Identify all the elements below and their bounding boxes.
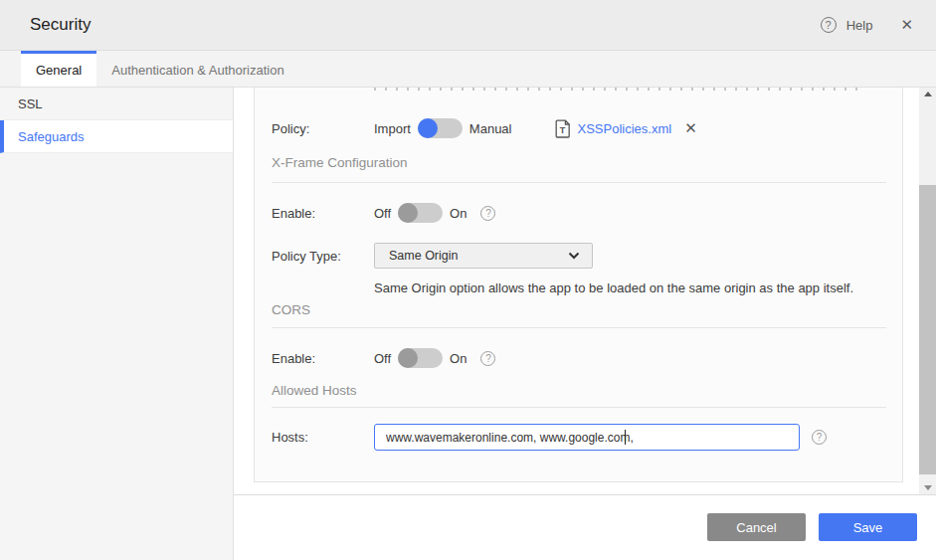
xframe-section-title: X-Frame Configuration bbox=[272, 155, 408, 170]
policy-manual-label[interactable]: Manual bbox=[469, 121, 512, 136]
xss-policies-file-link[interactable]: XSSPolicies.xml bbox=[577, 121, 671, 136]
sidebar-item-ssl[interactable]: SSL bbox=[0, 88, 233, 120]
toggle-knob bbox=[398, 348, 418, 368]
remove-file-icon[interactable]: ✕ bbox=[684, 119, 697, 137]
cancel-button[interactable]: Cancel bbox=[707, 513, 806, 541]
policy-type-select[interactable]: Same Origin bbox=[374, 243, 593, 269]
cors-section-title: CORS bbox=[272, 302, 310, 317]
section-divider bbox=[272, 327, 886, 328]
policy-type-helper-text: Same Origin option allows the app to be … bbox=[374, 280, 853, 295]
policy-import-label[interactable]: Import bbox=[374, 121, 411, 136]
main-area: Policy: Import Manual T XSSPolicies.xml … bbox=[234, 88, 936, 560]
hosts-input-wrap bbox=[374, 424, 800, 451]
security-dialog: Security ? Help ✕ General Authentication… bbox=[0, 0, 936, 560]
cors-enable-row: Enable: Off On ? bbox=[272, 344, 884, 372]
hosts-row: Hosts: ? bbox=[272, 424, 884, 451]
section-divider bbox=[272, 182, 886, 183]
triangle-up-icon bbox=[924, 92, 932, 96]
policy-import-manual-toggle[interactable] bbox=[418, 118, 463, 138]
dialog-header: Security ? Help ✕ bbox=[0, 0, 936, 51]
sidebar: SSL Safeguards bbox=[0, 88, 234, 560]
policy-type-value: Same Origin bbox=[389, 249, 568, 263]
tab-general[interactable]: General bbox=[21, 51, 96, 87]
policy-type-helper-row: Same Origin option allows the app to be … bbox=[272, 280, 884, 295]
xml-file-icon: T bbox=[555, 119, 571, 138]
hosts-label: Hosts: bbox=[272, 430, 374, 445]
close-icon[interactable]: ✕ bbox=[896, 14, 917, 36]
xframe-off-label[interactable]: Off bbox=[374, 206, 391, 221]
hosts-input[interactable] bbox=[374, 424, 800, 451]
vertical-scrollbar[interactable] bbox=[919, 88, 936, 494]
tab-auth-label: Authentication & Authorization bbox=[111, 63, 283, 78]
scrollbar-thumb[interactable] bbox=[919, 185, 936, 474]
xframe-enable-label: Enable: bbox=[272, 206, 374, 221]
hosts-help-icon[interactable]: ? bbox=[812, 430, 827, 445]
xframe-on-label[interactable]: On bbox=[450, 206, 467, 221]
xss-policy-row: Policy: Import Manual T XSSPolicies.xml … bbox=[272, 114, 884, 142]
scroll-down-button[interactable] bbox=[919, 481, 936, 494]
toggle-knob bbox=[398, 203, 418, 223]
xframe-help-icon[interactable]: ? bbox=[480, 206, 495, 221]
sidebar-item-safeguards-label: Safeguards bbox=[18, 129, 85, 144]
cors-help-icon[interactable]: ? bbox=[480, 351, 495, 366]
safeguards-form-panel: Policy: Import Manual T XSSPolicies.xml … bbox=[254, 88, 903, 482]
cors-enable-label: Enable: bbox=[272, 351, 374, 366]
svg-text:T: T bbox=[560, 125, 566, 135]
toggle-knob bbox=[418, 118, 438, 138]
allowed-hosts-section-title: Allowed Hosts bbox=[272, 383, 357, 398]
help-icon[interactable]: ? bbox=[821, 17, 837, 33]
save-button[interactable]: Save bbox=[819, 513, 917, 541]
sidebar-item-safeguards[interactable]: Safeguards bbox=[0, 120, 233, 153]
cors-on-label[interactable]: On bbox=[450, 351, 467, 366]
sidebar-item-ssl-label: SSL bbox=[18, 96, 43, 111]
text-caret bbox=[625, 430, 626, 445]
help-label[interactable]: Help bbox=[846, 18, 873, 33]
dialog-footer: Cancel Save bbox=[234, 494, 936, 560]
header-actions: ? Help ✕ bbox=[821, 14, 917, 36]
cors-enable-toggle[interactable] bbox=[398, 348, 443, 368]
page-title: Security bbox=[30, 15, 91, 35]
cors-off-label[interactable]: Off bbox=[374, 351, 391, 366]
clipped-scrolled-text bbox=[374, 88, 866, 91]
policy-type-row: Policy Type: Same Origin bbox=[272, 243, 884, 269]
scrollable-settings-area: Policy: Import Manual T XSSPolicies.xml … bbox=[234, 88, 936, 494]
tab-general-label: General bbox=[36, 63, 82, 78]
xframe-enable-toggle[interactable] bbox=[398, 203, 443, 223]
tab-authentication-authorization[interactable]: Authentication & Authorization bbox=[96, 51, 298, 87]
chevron-down-icon bbox=[568, 252, 580, 260]
triangle-down-icon bbox=[924, 485, 932, 490]
policy-file-chip: T XSSPolicies.xml ✕ bbox=[555, 119, 696, 138]
xframe-enable-row: Enable: Off On ? bbox=[272, 199, 884, 227]
policy-type-label: Policy Type: bbox=[272, 249, 374, 264]
policy-label: Policy: bbox=[272, 121, 374, 136]
tab-bar: General Authentication & Authorization bbox=[0, 51, 936, 88]
section-divider bbox=[272, 407, 886, 408]
scroll-up-button[interactable] bbox=[919, 88, 936, 100]
